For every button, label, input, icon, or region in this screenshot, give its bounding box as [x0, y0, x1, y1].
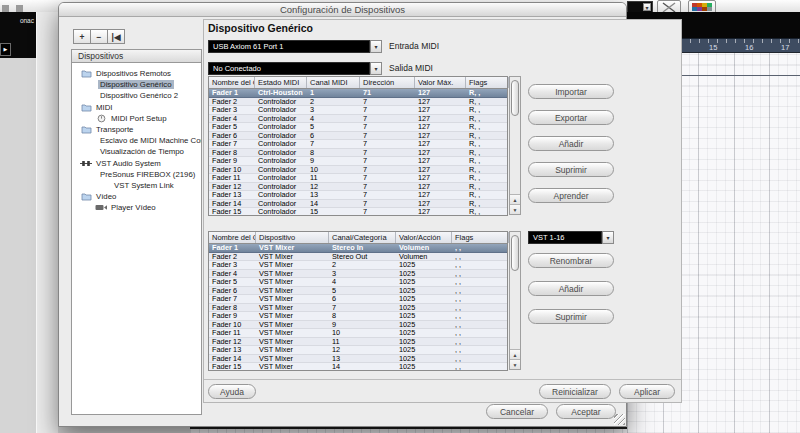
sidebar-item-player-vi-deo[interactable]: Player Vídeo: [72, 202, 201, 213]
table-row[interactable]: Fader 11Controlador117127R, ,: [209, 174, 507, 183]
table-row[interactable]: Fader 5VST Mixer41025, ,: [209, 278, 507, 287]
button-suprimir[interactable]: Suprimir: [528, 162, 614, 177]
button-aprender[interactable]: Aprender: [528, 188, 614, 203]
lower-table-scrollbar[interactable]: ▲ ▼: [509, 231, 521, 370]
play-arrow-button[interactable]: ▶: [0, 43, 11, 56]
table-cell: 7: [360, 140, 415, 148]
button-importar[interactable]: Importar: [528, 84, 614, 99]
table-cell: Fader 15: [209, 363, 256, 370]
table-row[interactable]: Fader 14VST Mixer131025, ,: [209, 355, 507, 364]
table-row[interactable]: Fader 4Controlador47127R, ,: [209, 115, 507, 124]
sidebar-item-dispositivo-gene-rico-2[interactable]: Dispositivo Genérico 2: [72, 90, 201, 101]
table-row[interactable]: Fader 11VST Mixer101025, ,: [209, 329, 507, 338]
table-cell: VST Mixer: [256, 253, 329, 261]
table-row[interactable]: Fader 13Controlador137127R, ,: [209, 191, 507, 200]
table-cell: Fader 13: [209, 346, 256, 354]
table-cell: 10: [307, 166, 360, 174]
dropdown-arrow-icon[interactable]: ▾: [643, 3, 651, 11]
table-cell: Fader 14: [209, 355, 256, 363]
table-cell: VST Mixer: [256, 346, 329, 354]
sidebar-item-vst-audio-system[interactable]: VST Audio System: [72, 158, 201, 169]
resize-grip[interactable]: [614, 414, 625, 425]
table-row[interactable]: Fader 6VST Mixer51025, ,: [209, 287, 507, 296]
table-cell: 1025: [396, 270, 452, 278]
scroll-up-icon[interactable]: ▲: [510, 349, 520, 359]
table-row[interactable]: Fader 12VST Mixer111025, ,: [209, 338, 507, 347]
scroll-down-icon[interactable]: ▼: [510, 359, 520, 369]
table-row[interactable]: Fader 3Controlador37127R, ,: [209, 106, 507, 115]
ok-button[interactable]: Aceptar: [556, 404, 616, 419]
button-renombrar[interactable]: Renombrar: [528, 253, 614, 268]
table-row[interactable]: Fader 1VST MixerStereo InVolumen, ,: [209, 244, 507, 253]
table-row[interactable]: Fader 14Controlador147127R, ,: [209, 200, 507, 209]
sidebar-item-vst-system-link[interactable]: VST System Link: [72, 180, 201, 191]
help-button[interactable]: Ayuda: [208, 384, 256, 399]
sidebar-item-vi-deo[interactable]: Vídeo: [72, 191, 201, 202]
table-row[interactable]: Fader 13VST Mixer121025, ,: [209, 346, 507, 355]
midi-output-select[interactable]: No Conectado: [208, 62, 370, 75]
table-cell: Controlador: [255, 191, 307, 199]
table-cell: Controlador: [255, 166, 307, 174]
table-row[interactable]: Fader 5Controlador57127R, ,: [209, 123, 507, 132]
remove-device-button[interactable]: −: [90, 29, 108, 44]
table-cell: 1: [307, 89, 360, 97]
scrollbar-thumb[interactable]: [511, 235, 519, 271]
table-row[interactable]: Fader 1Ctrl-Houston171127R, ,: [209, 89, 507, 98]
button-anadir[interactable]: Añadir: [528, 281, 614, 296]
table-cell: 10: [329, 329, 396, 337]
scroll-down-icon[interactable]: ▼: [510, 204, 520, 214]
dropdown-arrow-icon[interactable]: ▾: [602, 231, 614, 244]
table-cell: Fader 7: [209, 295, 256, 303]
table-row[interactable]: Fader 3VST Mixer21025, ,: [209, 261, 507, 270]
table-row[interactable]: Fader 9Controlador97127R, ,: [209, 157, 507, 166]
table-row[interactable]: Fader 15VST Mixer141025, ,: [209, 363, 507, 370]
button-exportar[interactable]: Exportar: [528, 110, 614, 125]
sidebar-item-esclavo-de-midi-machine-control[interactable]: Esclavo de MIDI Machine Control: [72, 135, 201, 146]
dialog-titlebar[interactable]: Configuración de Dispositivos: [59, 3, 626, 17]
scrollbar-thumb[interactable]: [511, 80, 519, 116]
table-row[interactable]: Fader 9VST Mixer81025, ,: [209, 312, 507, 321]
dropdown-arrow-icon[interactable]: ▾: [370, 62, 382, 75]
table-row[interactable]: Fader 15Controlador157127R, ,: [209, 208, 507, 215]
table-row[interactable]: Fader 2Controlador27127R, ,: [209, 98, 507, 107]
table-row[interactable]: Fader 7Controlador77127R, ,: [209, 140, 507, 149]
table-row[interactable]: Fader 10Controlador107127R, ,: [209, 166, 507, 175]
table-row[interactable]: Fader 6Controlador67127R, ,: [209, 132, 507, 141]
table-row[interactable]: Fader 10VST Mixer91025, ,: [209, 321, 507, 330]
table-cell: 127: [415, 98, 466, 106]
button-suprimir[interactable]: Suprimir: [528, 309, 614, 324]
table-cell: 5: [307, 123, 360, 131]
table-row[interactable]: Fader 8Controlador87127R, ,: [209, 149, 507, 158]
table-row[interactable]: Fader 12Controlador127127R, ,: [209, 183, 507, 192]
apply-button[interactable]: Aplicar: [619, 384, 675, 399]
sidebar-item-dispositivo-gene-rico[interactable]: Dispositivo Genérico: [72, 79, 201, 90]
sidebar-item-transporte[interactable]: Transporte: [72, 124, 201, 135]
scroll-up-icon[interactable]: ▲: [510, 194, 520, 204]
table-row[interactable]: Fader 7VST Mixer61025, ,: [209, 295, 507, 304]
table-cell: , ,: [452, 346, 507, 354]
sidebar-item-midi[interactable]: MIDI: [72, 102, 201, 113]
button-anadir[interactable]: Añadir: [528, 136, 614, 151]
dropdown-arrow-icon[interactable]: ▾: [370, 40, 382, 53]
table-cell: Controlador: [255, 208, 307, 215]
table-row[interactable]: Fader 2VST MixerStereo OutVolumen, ,: [209, 253, 507, 262]
cancel-button[interactable]: Cancelar: [486, 404, 548, 419]
midi-input-select[interactable]: USB Axiom 61 Port 1: [208, 40, 370, 53]
table-row[interactable]: Fader 4VST Mixer31025, ,: [209, 270, 507, 279]
table-row[interactable]: Fader 8VST Mixer71025, ,: [209, 304, 507, 313]
table-cell: 127: [415, 140, 466, 148]
sidebar-item-midi-port-setup[interactable]: MIDI Port Setup: [72, 113, 201, 124]
sidebar-item-dispositivos-remotos[interactable]: Dispositivos Remotos: [72, 68, 201, 79]
table-cell: Controlador: [255, 98, 307, 106]
table-cell: 127: [415, 149, 466, 157]
bank-select[interactable]: VST 1-16: [528, 231, 602, 244]
reset-button[interactable]: Reinicializar: [539, 384, 611, 399]
table-cell: R, ,: [466, 166, 507, 174]
table-cell: 3: [329, 270, 396, 278]
sidebar-item-presonus-firebox-2196-[interactable]: PreSonus FIREBOX (2196): [72, 169, 201, 180]
reset-device-button[interactable]: |◀: [107, 29, 125, 44]
upper-table-scrollbar[interactable]: ▲ ▼: [509, 76, 521, 215]
sidebar-item-visualizacio-n-de-tiempo[interactable]: Visualización de Tiempo: [72, 146, 201, 157]
device-tree: Dispositivos RemotosDispositivo Genérico…: [71, 63, 202, 415]
add-device-button[interactable]: +: [73, 29, 91, 44]
